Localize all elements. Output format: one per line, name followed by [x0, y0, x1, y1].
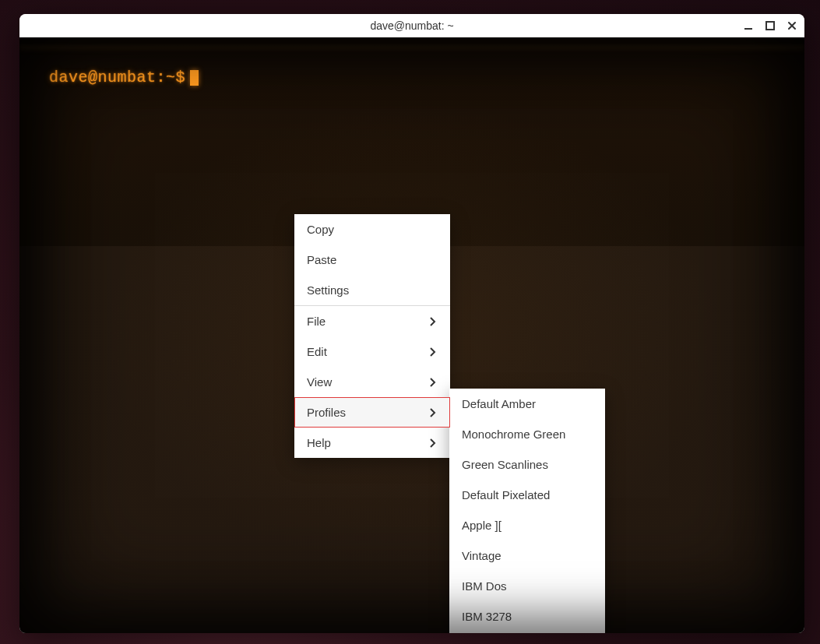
titlebar[interactable]: dave@numbat: ~ [19, 14, 804, 37]
maximize-icon [765, 20, 776, 31]
profile-option-monochrome-green[interactable]: Monochrome Green [449, 419, 605, 449]
menu-item-label: Green Scanlines [462, 458, 548, 471]
menu-item-label: Default Amber [462, 397, 536, 410]
menu-item-label: Monochrome Green [462, 428, 565, 441]
minimize-icon [743, 20, 754, 31]
context-menu[interactable]: Copy Paste Settings File Edit View Profi… [294, 214, 450, 458]
chevron-right-icon [428, 347, 438, 357]
menu-item-label: Profiles [307, 406, 346, 419]
profile-option-green-scanlines[interactable]: Green Scanlines [449, 449, 605, 480]
profile-option-vintage[interactable]: Vintage [449, 540, 605, 571]
profile-option-ibm-dos[interactable]: IBM Dos [449, 571, 605, 601]
close-button[interactable] [784, 18, 800, 33]
menu-item-edit[interactable]: Edit [294, 336, 450, 367]
close-icon [787, 20, 797, 31]
profile-option-default-amber[interactable]: Default Amber [449, 389, 605, 419]
chevron-right-icon [428, 408, 438, 417]
menu-item-label: Copy [307, 223, 334, 236]
chevron-right-icon [428, 378, 438, 387]
profile-option-futuristic[interactable]: Futuristic [449, 632, 605, 633]
menu-item-label: Apple ][ [462, 519, 502, 532]
menu-item-view[interactable]: View [294, 367, 450, 397]
crt-glow [19, 45, 804, 53]
menu-item-label: Edit [307, 345, 327, 358]
menu-item-profiles[interactable]: Profiles [294, 397, 450, 428]
menu-item-label: Paste [307, 253, 336, 266]
terminal-viewport[interactable]: dave@numbat:~$ Copy Paste Settings File … [19, 37, 804, 633]
menu-item-file[interactable]: File [294, 305, 450, 336]
profile-option-default-pixelated[interactable]: Default Pixelated [449, 480, 605, 510]
terminal-cursor [190, 70, 199, 86]
terminal-prompt: dave@numbat:~$ [49, 69, 199, 86]
profiles-submenu[interactable]: Default Amber Monochrome Green Green Sca… [449, 389, 605, 633]
window-title: dave@numbat: ~ [19, 19, 804, 32]
menu-item-help[interactable]: Help [294, 428, 450, 458]
menu-item-label: Default Pixelated [462, 488, 550, 501]
menu-item-settings[interactable]: Settings [294, 275, 450, 305]
profile-option-apple-ii[interactable]: Apple ][ [449, 510, 605, 540]
prompt-text: dave@numbat:~$ [49, 69, 185, 86]
menu-item-label: View [307, 375, 332, 389]
svg-rect-1 [766, 22, 774, 30]
menu-item-label: IBM 3278 [462, 610, 512, 623]
svg-rect-0 [744, 28, 752, 30]
menu-item-copy[interactable]: Copy [294, 214, 450, 245]
chevron-right-icon [428, 438, 438, 448]
menu-item-label: IBM Dos [462, 579, 507, 593]
chevron-right-icon [428, 317, 438, 326]
menu-item-label: Help [307, 436, 331, 449]
profile-option-ibm-3278[interactable]: IBM 3278 [449, 601, 605, 632]
app-window: dave@numbat: ~ dave@numbat:~$ Copy Pas [19, 14, 804, 633]
menu-item-label: File [307, 315, 326, 328]
menu-item-paste[interactable]: Paste [294, 245, 450, 275]
minimize-button[interactable] [741, 18, 756, 33]
menu-item-label: Settings [307, 283, 349, 297]
menu-item-label: Vintage [462, 549, 502, 562]
window-controls [741, 14, 800, 37]
maximize-button[interactable] [762, 18, 778, 33]
